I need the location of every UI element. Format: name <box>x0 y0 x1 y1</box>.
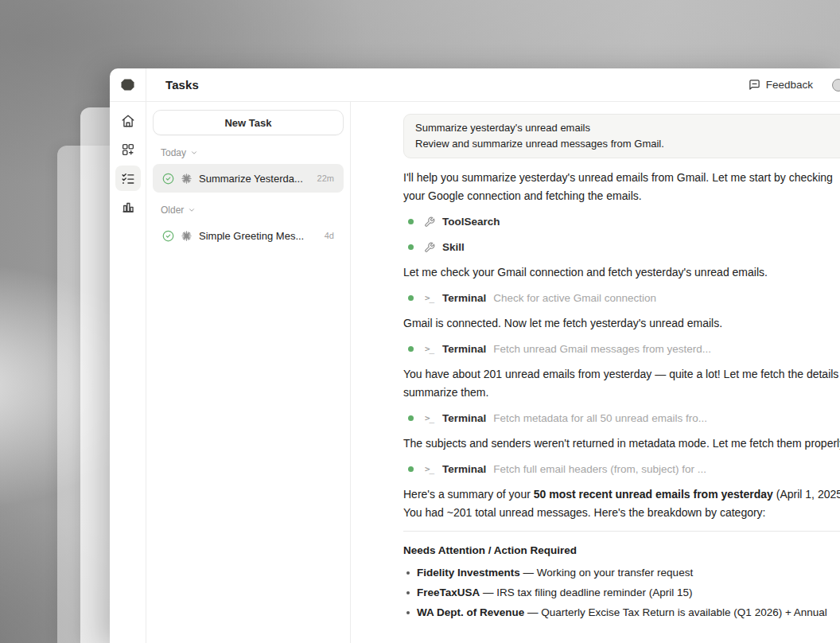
terminal-icon: >_ <box>423 344 435 354</box>
check-circle-icon <box>162 230 174 242</box>
message-line: summarize them. <box>403 384 840 402</box>
terminal-step-3[interactable]: >_TerminalFetch metadata for all 50 unre… <box>403 409 840 427</box>
status-dot <box>408 466 414 472</box>
bar-chart-icon <box>121 200 135 214</box>
terminal-desc: Fetch unread Gmail messages from yesterd… <box>493 343 711 355</box>
terminal-label: Terminal <box>442 292 486 304</box>
message-line: Here's a summary of your 50 most recent … <box>403 485 840 504</box>
terminal-step-1[interactable]: >_TerminalCheck for active Gmail connect… <box>403 289 840 307</box>
tool-step-skill[interactable]: Skill <box>403 238 840 256</box>
app-logo[interactable] <box>110 68 146 101</box>
list-item: Fidelity Investments — Working on your t… <box>403 563 840 583</box>
section-older-label: Older <box>161 205 184 216</box>
section-today[interactable]: Today <box>161 147 336 158</box>
status-dot <box>408 219 414 224</box>
page-title: Tasks <box>165 78 199 92</box>
header-actions: Feedback <box>749 79 813 91</box>
tool-step-toolsearch[interactable]: ToolSearch <box>403 212 840 231</box>
message-line: You had ~201 total unread messages. Here… <box>403 504 840 522</box>
nav-tasks[interactable] <box>115 166 141 191</box>
tool-label: ToolSearch <box>442 216 500 228</box>
content-divider <box>403 531 840 532</box>
message-line: Let me check your Gmail connection and f… <box>403 263 840 282</box>
terminal-step-4[interactable]: >_TerminalFetch full email headers (from… <box>403 460 840 478</box>
account-icon[interactable] <box>832 79 840 92</box>
terminal-icon: >_ <box>423 293 435 303</box>
category-heading: Needs Attention / Action Required <box>403 541 840 559</box>
assistant-message: Here's a summary of your 50 most recent … <box>403 485 840 522</box>
status-dot <box>408 415 414 421</box>
assistant-message: You have about 201 unread emails from ye… <box>403 365 840 402</box>
terminal-label: Terminal <box>442 463 486 475</box>
task-title: Summarize Yesterda... <box>199 173 306 185</box>
status-dot <box>408 346 414 352</box>
header-divider <box>110 101 840 102</box>
assistant-message: Gmail is connected. Now let me fetch yes… <box>403 314 840 333</box>
rail-divider <box>146 68 146 643</box>
terminal-icon: >_ <box>423 413 435 423</box>
app-logo-icon <box>121 79 134 91</box>
nav-usage[interactable] <box>115 194 141 220</box>
task-time: 22m <box>317 173 334 183</box>
window-header: Tasks Feedback <box>146 68 840 101</box>
message-line: The subjects and senders weren't returne… <box>403 435 840 453</box>
message-line: Gmail is connected. Now let me fetch yes… <box>403 314 840 333</box>
spark-icon <box>181 173 192 185</box>
task-title: Simple Greeting Mes... <box>199 230 313 242</box>
terminal-desc: Fetch full email headers (from, subject)… <box>493 463 706 475</box>
terminal-label: Terminal <box>442 412 486 424</box>
window-body: New Task Today Summarize Yesterda... 22m <box>146 102 840 643</box>
assistant-message: I'll help you summarize yesterday's unre… <box>403 169 840 205</box>
task-row[interactable]: Summarize Yesterda... 22m <box>153 164 344 193</box>
message-line: I'll help you summarize yesterday's unre… <box>403 169 840 187</box>
task-list-icon <box>121 171 135 185</box>
task-prompt-desc: Review and summarize unread messages fro… <box>415 136 840 152</box>
speech-bubble-icon <box>749 79 760 91</box>
check-circle-icon <box>162 173 174 185</box>
wrench-icon <box>423 216 435 228</box>
squares-plus-icon <box>121 142 135 157</box>
list-item: FreeTaxUSA — IRS tax filing deadline rem… <box>403 583 840 602</box>
task-time: 4d <box>325 231 334 240</box>
task-prompt-title: Summarize yesterday's unread emails <box>415 120 840 136</box>
tool-label: Skill <box>442 241 465 253</box>
feedback-label: Feedback <box>766 79 813 91</box>
new-task-button[interactable]: New Task <box>153 110 344 135</box>
nav-home[interactable] <box>115 108 141 134</box>
nav-rail <box>110 102 146 643</box>
nav-apps[interactable] <box>115 137 141 162</box>
terminal-desc: Fetch metadata for all 50 unread emails … <box>493 412 707 424</box>
status-dot <box>408 295 414 301</box>
terminal-icon: >_ <box>423 464 435 474</box>
list-item: WA Dept. of Revenue — Quarterly Excise T… <box>403 602 840 643</box>
assistant-message: Let me check your Gmail connection and f… <box>403 263 840 282</box>
assistant-message: The subjects and senders weren't returne… <box>403 435 840 453</box>
terminal-step-2[interactable]: >_TerminalFetch unread Gmail messages fr… <box>403 340 840 358</box>
screen: Tasks Feedback <box>0 0 840 643</box>
email-summary-list: Fidelity Investments — Working on your t… <box>403 563 840 643</box>
terminal-desc: Check for active Gmail connection <box>493 292 656 304</box>
home-icon <box>121 114 135 128</box>
status-dot <box>408 244 414 250</box>
feedback-button[interactable]: Feedback <box>749 79 813 91</box>
message-line: your Google connection and fetching the … <box>403 187 840 205</box>
chevron-down-icon <box>190 149 198 157</box>
task-list-panel: New Task Today Summarize Yesterda... 22m <box>146 102 351 643</box>
wrench-icon <box>423 242 435 253</box>
task-row[interactable]: Simple Greeting Mes... 4d <box>153 221 344 250</box>
tasks-app-window: Tasks Feedback <box>110 68 840 643</box>
spark-icon <box>181 230 192 242</box>
chevron-down-icon <box>188 206 196 214</box>
section-today-label: Today <box>161 147 186 158</box>
terminal-label: Terminal <box>442 343 486 355</box>
section-older[interactable]: Older <box>161 205 336 216</box>
conversation-panel: Summarize yesterday's unread emails Revi… <box>351 102 840 643</box>
message-line: You have about 201 unread emails from ye… <box>403 365 840 384</box>
task-prompt-card: Summarize yesterday's unread emails Revi… <box>403 114 840 158</box>
